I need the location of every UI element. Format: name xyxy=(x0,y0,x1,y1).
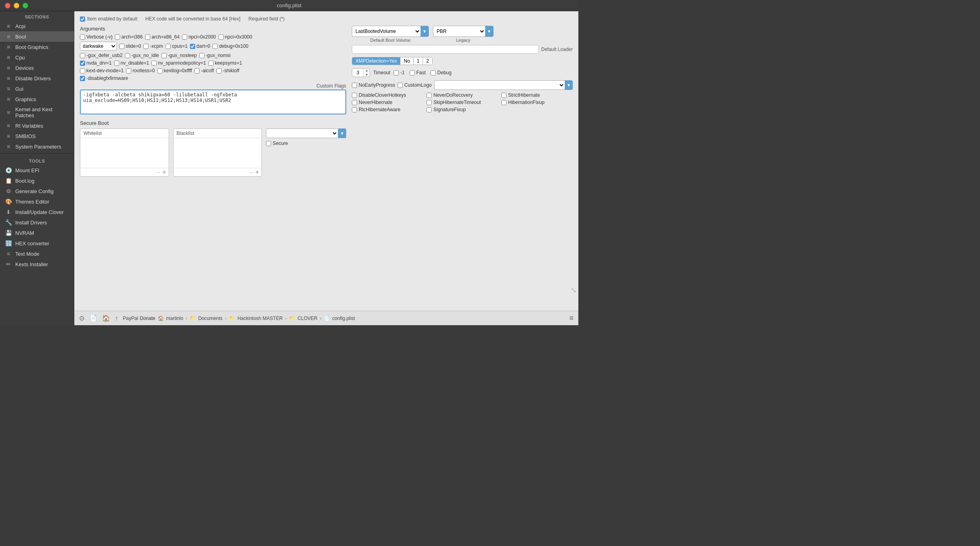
keepsyms-checkbox[interactable] xyxy=(208,61,214,66)
xmp-seg-2[interactable]: 2 xyxy=(423,57,432,65)
gux-idle-check[interactable]: -gux_no_idle xyxy=(125,53,159,58)
dart-check[interactable]: dart=0 xyxy=(190,43,210,49)
sidebar-item-themes-editor[interactable]: 🎨 Themes Editor xyxy=(0,196,74,207)
gux-usb2-check[interactable]: -gux_defer_usb2 xyxy=(80,53,122,58)
nv-disable-check[interactable]: nv_disable=1 xyxy=(114,60,149,66)
sidebar-item-nvram[interactable]: 💾 NVRAM xyxy=(0,228,74,238)
custom-flags-textarea[interactable]: -igfxbeta -alcbeta shikigva=60 -lilubeta… xyxy=(80,90,346,114)
secure-checkbox[interactable] xyxy=(266,141,271,146)
signature-fixup-checkbox[interactable] xyxy=(427,107,432,112)
sidebar-item-system-parameters[interactable]: ≡ System Parameters xyxy=(0,141,74,152)
skip-hibernate-checkbox[interactable] xyxy=(427,100,432,105)
sidebar-item-mount-efi[interactable]: 💿 Mount EFI xyxy=(0,165,74,175)
default-loader-input[interactable] xyxy=(352,45,539,54)
darkwake-select[interactable]: darkwake darkwake=0 darkwake=1 xyxy=(80,42,117,51)
slide-checkbox[interactable] xyxy=(119,44,125,49)
timeout-down-arrow[interactable]: ▼ xyxy=(364,73,370,77)
disable-hotkeys-checkbox[interactable] xyxy=(352,93,357,98)
sidebar-item-boot-log[interactable]: 📋 Boot.log xyxy=(0,175,74,186)
disable-gfx-checkbox[interactable] xyxy=(80,76,85,81)
sidebar-item-rt-variables[interactable]: ≡ Rt Variables xyxy=(0,120,74,131)
alcoff-check[interactable]: -alcoff xyxy=(194,68,214,73)
never-recovery-checkbox[interactable] xyxy=(427,93,432,98)
arch-x86-check[interactable]: arch=x86_64 xyxy=(145,34,180,40)
custom-logo-check[interactable]: CustomLogo xyxy=(398,82,432,88)
npci-3000-checkbox[interactable] xyxy=(218,35,224,40)
arch-i386-checkbox[interactable] xyxy=(115,35,120,40)
kext-dev-check[interactable]: kext-dev-mode=1 xyxy=(80,68,124,73)
sidebar-item-smbios[interactable]: ≡ SMBIOS xyxy=(0,131,74,141)
debug-check[interactable]: debug=0x100 xyxy=(212,43,248,49)
debug-check[interactable]: Debug xyxy=(431,70,451,75)
no-early-progress-checkbox[interactable] xyxy=(352,83,357,88)
debug-checkbox[interactable] xyxy=(212,44,218,49)
signature-fixup-check[interactable]: SignatureFixup xyxy=(427,107,498,112)
custom-logo-arrow[interactable]: ▼ xyxy=(565,80,573,90)
kextlog-checkbox[interactable] xyxy=(157,68,163,73)
item-enabled-checkbox[interactable] xyxy=(80,16,85,22)
gux-sleep-checkbox[interactable] xyxy=(161,53,167,58)
boot-vol-dropdown-arrow[interactable]: ▼ xyxy=(421,26,429,37)
rootless-checkbox[interactable] xyxy=(126,68,131,73)
no-early-progress-check[interactable]: NoEarlyProgress xyxy=(352,82,395,88)
cpus-check[interactable]: cpus=1 xyxy=(165,43,188,49)
legacy-select[interactable]: PBR LegacyBiosDefault xyxy=(433,26,485,37)
hibernation-fixup-check[interactable]: HibernationFixup xyxy=(501,100,573,105)
minus1-checkbox[interactable] xyxy=(394,70,399,75)
rtc-hibernate-check[interactable]: RtcHibernateAware xyxy=(352,107,423,112)
sidebar-item-kexts-installer[interactable]: ✏ Kexts Installer xyxy=(0,259,74,269)
shikioff-check[interactable]: -shikioff xyxy=(216,68,239,73)
debug-checkbox[interactable] xyxy=(431,70,436,75)
gux-usb2-checkbox[interactable] xyxy=(80,53,85,58)
nv-span-check[interactable]: nv_spanmodepolicy=1 xyxy=(151,60,206,66)
timeout-up-arrow[interactable]: ▲ xyxy=(364,68,370,73)
strict-hibernate-check[interactable]: StrictHibernate xyxy=(501,92,573,98)
fast-checkbox[interactable] xyxy=(410,70,415,75)
nv-span-checkbox[interactable] xyxy=(151,61,157,66)
slide-check[interactable]: slide=0 xyxy=(119,43,141,49)
gux-nomsi-check[interactable]: -gux_nomsi xyxy=(199,53,231,58)
default-boot-volume-select[interactable]: LastBootedVolume Default xyxy=(352,26,421,37)
sidebar-item-graphics[interactable]: ≡ Graphics xyxy=(0,94,74,104)
secure-dropdown-arrow[interactable]: ▼ xyxy=(338,128,346,138)
hibernation-fixup-checkbox[interactable] xyxy=(501,100,506,105)
timeout-spinner[interactable]: ▲ ▼ xyxy=(352,68,370,77)
never-recovery-check[interactable]: NeverDoRecovery xyxy=(427,92,498,98)
maximize-button[interactable] xyxy=(22,3,28,8)
blacklist-add-button[interactable]: + xyxy=(255,169,260,175)
keepsyms-check[interactable]: keepsyms=1 xyxy=(208,60,242,66)
rtc-hibernate-checkbox[interactable] xyxy=(352,107,357,112)
sidebar-item-disable-drivers[interactable]: ≡ Disable Drivers xyxy=(0,73,74,84)
nvda-check[interactable]: nvda_drv=1 xyxy=(80,60,112,66)
verbose-check[interactable]: Verbose (-v) xyxy=(80,34,112,40)
timeout-input[interactable] xyxy=(352,70,363,75)
legacy-dropdown-arrow[interactable]: ▼ xyxy=(485,26,493,37)
secure-dropdown[interactable] xyxy=(266,128,338,138)
sidebar-item-devices[interactable]: ≡ Devices xyxy=(0,63,74,73)
disable-gfx-check[interactable]: -disablegfxfirmware xyxy=(80,75,128,81)
xmp-seg-no[interactable]: No xyxy=(400,57,413,65)
never-hibernate-check[interactable]: NeverHibernate xyxy=(352,100,423,105)
sidebar-item-generate-config[interactable]: ⚙ Generate Config xyxy=(0,186,74,196)
secure-checkbox-label[interactable]: Secure xyxy=(266,141,346,146)
sidebar-item-install-drivers[interactable]: 🔧 Install Drivers xyxy=(0,217,74,228)
nv-disable-checkbox[interactable] xyxy=(114,61,119,66)
skip-hibernate-check[interactable]: SkipHibernateTimeout xyxy=(427,100,498,105)
sidebar-item-gui[interactable]: ≡ Gui xyxy=(0,84,74,94)
custom-logo-select[interactable] xyxy=(434,80,565,90)
resize-handle[interactable]: ⤡ xyxy=(571,286,577,295)
close-button[interactable] xyxy=(5,3,10,8)
whitelist-add-button[interactable]: + xyxy=(161,169,167,175)
strict-hibernate-checkbox[interactable] xyxy=(501,93,506,98)
disable-hotkeys-check[interactable]: DisableCloverHotkeys xyxy=(352,92,423,98)
donate-button[interactable]: Donate xyxy=(140,316,155,321)
kext-dev-checkbox[interactable] xyxy=(80,68,85,73)
xcpm-checkbox[interactable] xyxy=(143,44,149,49)
document-button[interactable]: 📄 xyxy=(89,314,97,322)
cpus-checkbox[interactable] xyxy=(165,44,171,49)
sidebar-item-install-update[interactable]: ⬇ Install/Update Clover xyxy=(0,207,74,217)
npci-2000-checkbox[interactable] xyxy=(182,35,187,40)
fast-check[interactable]: Fast xyxy=(410,70,426,75)
npci-2000-check[interactable]: npci=0x2000 xyxy=(182,34,216,40)
never-hibernate-checkbox[interactable] xyxy=(352,100,357,105)
